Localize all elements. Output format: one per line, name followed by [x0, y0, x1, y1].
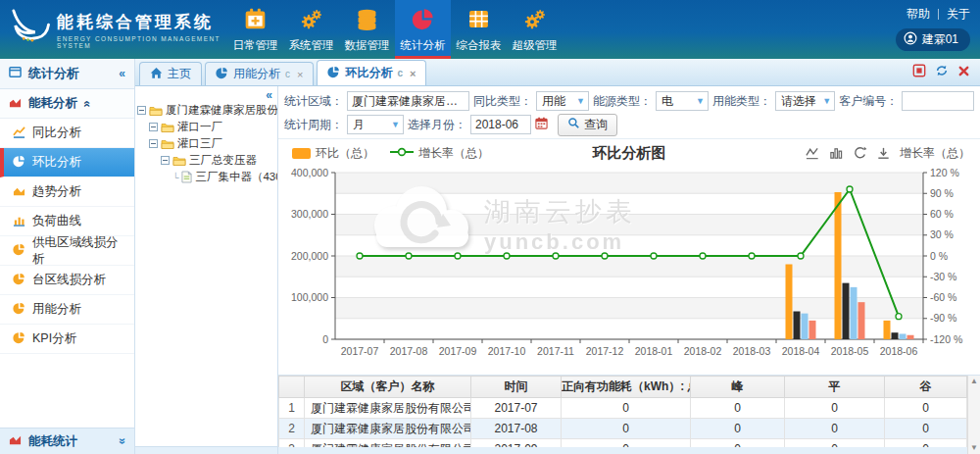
- month-label: 选择月份：: [408, 117, 466, 133]
- nav-item-6[interactable]: 超级管理: [507, 0, 563, 59]
- collapse-tree-icon[interactable]: «: [266, 88, 272, 102]
- tree-expander-icon[interactable]: [149, 123, 158, 131]
- sidebar-footer-energy-stats[interactable]: 能耗统计 «: [0, 428, 134, 454]
- tree-node-5[interactable]: └三厂集中器（4301003: [135, 169, 277, 185]
- tab-3[interactable]: 环比分析c×: [317, 60, 426, 85]
- table-vertical-scrollbar[interactable]: ▲ ▼: [967, 376, 980, 454]
- toolbox-line-chart-icon[interactable]: [806, 146, 820, 161]
- nav-item-label: 统计分析: [401, 38, 446, 53]
- tree-expander-icon[interactable]: [149, 139, 158, 148]
- sidebar-item-5[interactable]: 供电区域线损分析: [0, 236, 134, 266]
- chevron-down-icon[interactable]: «: [119, 434, 125, 448]
- tree-expander-icon[interactable]: [137, 106, 146, 115]
- period-select[interactable]: 月▼: [347, 115, 404, 134]
- tree-node-3[interactable]: 灌口三厂: [135, 135, 277, 152]
- usage-type-select[interactable]: 请选择▼: [775, 91, 835, 111]
- tab-2[interactable]: 用能分析c×: [205, 62, 314, 85]
- main-horizontal-scrollbar[interactable]: [278, 447, 967, 454]
- nav-item-5[interactable]: 综合报表: [451, 0, 507, 59]
- table-row-1[interactable]: 1厦门建霖健康家居股份有限公司2017-070000: [279, 398, 967, 419]
- main-panel: 统计区域： 厦门建霖健康家居股份有限公... 同比类型： 用能▼ 能源类型： 电…: [278, 86, 980, 454]
- refresh-icon[interactable]: [935, 64, 949, 77]
- sidebar: 统计分析 « 能耗分析 « 同比分析环比分析趋势分析负荷曲线供电区域线损分析台区…: [0, 59, 135, 454]
- tongbi-type-select[interactable]: 用能▼: [536, 91, 589, 111]
- folder-icon: [161, 138, 174, 150]
- customer-no-input[interactable]: [902, 91, 974, 111]
- svg-text:2018-06: 2018-06: [880, 345, 918, 357]
- energy-type-select[interactable]: 电▼: [656, 91, 709, 111]
- svg-text:90 %: 90 %: [930, 187, 954, 199]
- help-link[interactable]: 帮助: [906, 6, 930, 23]
- svg-text:2017-07: 2017-07: [341, 345, 379, 357]
- folder-icon: [149, 105, 163, 117]
- chevron-down-icon: ▼: [391, 120, 400, 129]
- pie-blue-icon: [216, 67, 228, 82]
- app-title: 能耗综合管理系统: [57, 11, 227, 33]
- sidebar-item-3[interactable]: 趋势分析: [0, 177, 134, 207]
- svg-text:60 %: 60 %: [930, 208, 954, 220]
- table-cell: 0: [785, 419, 885, 439]
- nav-item-3[interactable]: 数据管理: [339, 0, 395, 59]
- pie-red-icon: [411, 7, 435, 35]
- legend-item-huanbi[interactable]: 环比（总）: [292, 145, 374, 162]
- sidebar-item-8[interactable]: KPI分析: [0, 325, 134, 354]
- toolbox-bar-chart-icon[interactable]: [829, 146, 844, 161]
- nav-item-4[interactable]: 统计分析: [395, 0, 451, 59]
- sidebar-item-4[interactable]: 负荷曲线: [0, 207, 134, 236]
- toolbox-restore-icon[interactable]: [853, 146, 867, 161]
- tree-horizontal-scrollbar[interactable]: [135, 446, 277, 454]
- chevron-up-icon[interactable]: «: [84, 97, 91, 111]
- toolbox-download-icon[interactable]: [876, 146, 891, 161]
- org-tree-panel: « 厦门建霖健康家居股份有限公司灌口一厂灌口三厂三厂总变压器└三厂集中器（430…: [135, 86, 278, 454]
- tab-close-icon[interactable]: ×: [410, 68, 416, 79]
- tab-1[interactable]: 主页: [139, 62, 202, 85]
- right-axis-name: 增长率（总）: [900, 145, 970, 162]
- tree-node-label: 灌口一厂: [177, 120, 222, 134]
- tab-refresh-icon[interactable]: c: [285, 69, 290, 79]
- sidebar-item-7[interactable]: 用能分析: [0, 295, 134, 325]
- tree-expander-icon[interactable]: [161, 156, 170, 165]
- sidebar-item-6[interactable]: 台区线损分析: [0, 266, 134, 295]
- nav-item-1[interactable]: 日常管理: [227, 0, 283, 59]
- tab-refresh-icon[interactable]: c: [397, 68, 403, 78]
- about-link[interactable]: 关于: [947, 6, 970, 23]
- tab-close-icon[interactable]: ×: [297, 69, 303, 80]
- energy-type-label: 能源类型：: [593, 93, 652, 110]
- table-header-4: 正向有功能耗（kWh）: 总: [562, 377, 691, 398]
- restore-window-icon[interactable]: [912, 64, 926, 77]
- org-tree: 厦门建霖健康家居股份有限公司灌口一厂灌口三厂三厂总变压器└三厂集中器（43010…: [135, 102, 277, 185]
- gears-icon: [522, 7, 547, 35]
- collapse-left-icon[interactable]: «: [119, 67, 125, 80]
- nav-item-label: 日常管理: [233, 38, 278, 53]
- orange-swatch-icon: [292, 148, 311, 159]
- sidebar-item-2[interactable]: 环比分析: [0, 148, 134, 177]
- app-subtitle: ENERGY CONSUMPTION MANAGEMENT SYSTEM: [57, 35, 227, 49]
- svg-text:2017-09: 2017-09: [439, 345, 477, 357]
- query-button-label: 查询: [584, 117, 608, 133]
- legend-item-growthrate[interactable]: 增长率（总）: [390, 145, 489, 162]
- pie-icon: [13, 243, 25, 259]
- sidebar-item-label: 环比分析: [32, 154, 81, 171]
- nav-item-2[interactable]: 系统管理: [283, 0, 339, 59]
- table-header-6: 平: [785, 377, 885, 398]
- scroll-down-icon[interactable]: ▼: [970, 444, 978, 452]
- tree-node-4[interactable]: 三厂总变压器: [135, 152, 277, 169]
- chart-toolbox: 增长率（总）: [806, 145, 970, 162]
- sidebar-section-energy-analysis[interactable]: 能耗分析 «: [0, 89, 134, 119]
- user-badge[interactable]: 建霖01: [896, 28, 970, 51]
- tree-node-2[interactable]: 灌口一厂: [135, 119, 277, 135]
- scroll-up-icon[interactable]: ▲: [970, 378, 978, 385]
- month-input[interactable]: 2018-06: [470, 115, 531, 134]
- region-input[interactable]: 厦门建霖健康家居股份有限公...: [347, 91, 469, 111]
- close-icon[interactable]: [957, 65, 970, 77]
- sidebar-item-1[interactable]: 同比分析: [0, 119, 134, 148]
- query-button[interactable]: 查询: [558, 114, 617, 136]
- chart-svg[interactable]: 0100,000200,000300,000400,000120 %90 %60…: [280, 165, 972, 373]
- svg-text:0: 0: [322, 333, 328, 345]
- calendar-picker-icon[interactable]: [535, 117, 548, 132]
- table-row-2[interactable]: 2厦门建霖健康家居股份有限公司2017-080000: [279, 419, 967, 439]
- tree-node-1[interactable]: 厦门建霖健康家居股份有限公司: [135, 102, 277, 119]
- sidebar-header[interactable]: 统计分析 «: [0, 59, 134, 89]
- sidebar-section-label: 能耗分析: [28, 95, 77, 112]
- folder-icon: [161, 122, 174, 133]
